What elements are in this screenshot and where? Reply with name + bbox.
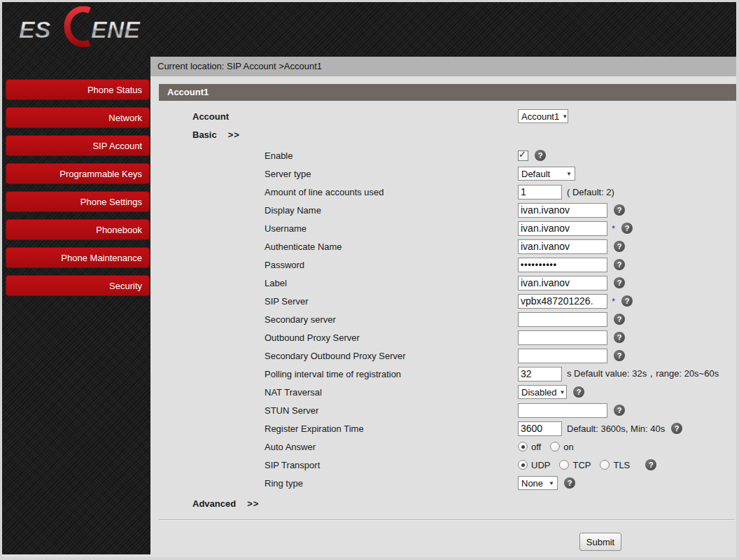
help-icon[interactable]: ?: [614, 332, 625, 343]
field-label: Register Expiration Time: [265, 424, 364, 434]
radio-dot: [521, 445, 525, 449]
stun-server-input[interactable]: [518, 403, 607, 418]
field-label: Amount of line accounts used: [265, 187, 384, 197]
sidebar-item-label: Phonebook: [96, 225, 149, 235]
advanced-expander[interactable]: >>: [247, 498, 259, 509]
account-selector-row: Account Account1 ▼: [150, 107, 736, 125]
field-control: ?: [518, 237, 625, 255]
help-icon[interactable]: ?: [564, 477, 575, 489]
sidebar-item-phone-settings[interactable]: Phone Settings: [6, 191, 150, 212]
field-control: ✓?: [518, 146, 546, 164]
select-value: Default: [521, 169, 550, 179]
auto-answer-radio-off[interactable]: off: [518, 442, 541, 452]
submit-button[interactable]: Submit: [579, 533, 621, 551]
help-icon[interactable]: ?: [614, 204, 625, 216]
field-control: Disabled▼?: [518, 383, 584, 401]
help-icon[interactable]: ?: [621, 295, 633, 307]
sip-transport-radio-tls[interactable]: TLS: [600, 460, 630, 470]
sidebar-item-label: Network: [108, 113, 149, 123]
field-label: SIP Server: [265, 296, 309, 307]
advanced-group-row: Advanced >>: [150, 494, 736, 512]
secondary-outbound-proxy-server-input[interactable]: [518, 349, 607, 363]
enable-checkbox[interactable]: ✓: [518, 150, 528, 161]
auto-answer-radio-on[interactable]: on: [550, 442, 573, 452]
top-banner: ES ENE: [2, 2, 736, 57]
display-name-input[interactable]: [518, 203, 607, 218]
sidebar-item-security[interactable]: Security: [6, 275, 150, 296]
row-secondary-outbound-proxy-server: Secondary Outbound Proxy Server?: [150, 346, 736, 365]
row-auto-answer: Auto Answeroffon: [150, 438, 736, 456]
field-label: Display Name: [265, 205, 321, 216]
sidebar-item-programmable-keys[interactable]: Programmable Keys: [6, 163, 150, 184]
authenticate-name-input[interactable]: [518, 239, 607, 254]
field-label: Outbound Proxy Server: [265, 332, 360, 343]
radio-icon: [600, 460, 610, 470]
register-expiration-time-input[interactable]: [518, 421, 562, 436]
chevron-down-icon: ▼: [566, 171, 572, 177]
sidebar-item-phone-maintenance[interactable]: Phone Maintenance: [6, 247, 150, 268]
field-control: ?: [518, 328, 625, 346]
sidebar-item-sip-account[interactable]: SIP Account: [6, 135, 150, 156]
basic-form: Enable✓?Server typeDefault▼Amount of lin…: [150, 146, 736, 492]
row-register-expiration-time: Register Expiration TimeDefault: 3600s, …: [150, 419, 736, 438]
radio-dot: [521, 463, 525, 467]
field-label: SIP Transport: [265, 460, 320, 470]
basic-group-row: Basic >>: [150, 125, 736, 144]
field-hint: Default: 3600s, Min: 40s: [567, 424, 665, 434]
label-input[interactable]: [518, 276, 607, 290]
sip-transport-radio-group: UDPTCPTLS: [518, 460, 639, 470]
help-icon[interactable]: ?: [671, 423, 682, 434]
row-label: Label?: [150, 274, 736, 292]
sidebar-item-phone-status[interactable]: Phone Status: [6, 79, 150, 100]
radio-label: TLS: [613, 460, 630, 470]
row-amount-of-line-accounts-used: Amount of line accounts used( Default: 2…: [150, 183, 736, 201]
basic-expander[interactable]: >>: [228, 130, 240, 140]
sidebar-item-phonebook[interactable]: Phonebook: [6, 219, 150, 240]
help-icon[interactable]: ?: [621, 223, 633, 234]
help-icon[interactable]: ?: [614, 314, 625, 325]
sip-transport-radio-udp[interactable]: UDP: [518, 460, 550, 470]
help-icon[interactable]: ?: [614, 241, 625, 252]
field-control: UDPTCPTLS?: [518, 456, 656, 474]
sip-transport-radio-tcp[interactable]: TCP: [559, 460, 591, 470]
help-icon[interactable]: ?: [535, 150, 546, 161]
outbound-proxy-server-input[interactable]: [518, 330, 607, 345]
field-control: ?: [518, 346, 625, 365]
field-label: Enable: [265, 150, 293, 161]
select-value: None: [521, 478, 543, 489]
field-control: ?: [518, 274, 625, 292]
sidebar-item-label: Phone Maintenance: [61, 253, 149, 263]
sidebar-menu: Phone StatusNetworkSIP AccountProgrammab…: [2, 79, 150, 296]
field-control: ?: [518, 401, 625, 419]
field-label: Username: [265, 223, 307, 234]
row-outbound-proxy-server: Outbound Proxy Server?: [150, 328, 736, 346]
secondary-server-input[interactable]: [518, 312, 607, 327]
amount-of-line-accounts-used-input[interactable]: [518, 185, 562, 200]
field-hint: s Default value: 32s，range: 20s~60s: [567, 368, 719, 380]
help-icon[interactable]: ?: [614, 350, 625, 361]
username-input[interactable]: [518, 221, 607, 236]
help-icon[interactable]: ?: [645, 459, 656, 470]
submit-row: Submit: [150, 520, 736, 555]
ring-type-select[interactable]: None▼: [518, 476, 558, 490]
field-label: Auto Answer: [265, 442, 316, 452]
radio-label: off: [531, 442, 541, 452]
field-control: ?: [518, 201, 625, 219]
help-icon[interactable]: ?: [573, 386, 584, 398]
account-select[interactable]: Account1 ▼: [518, 109, 568, 123]
field-label: Label: [265, 278, 287, 288]
radio-label: UDP: [531, 460, 550, 470]
server-type-select[interactable]: Default▼: [518, 167, 575, 181]
sip-server-input[interactable]: [518, 294, 607, 309]
sidebar-item-network[interactable]: Network: [6, 107, 150, 128]
help-icon[interactable]: ?: [614, 405, 625, 416]
polling-interval-time-of-registration-input[interactable]: [518, 367, 562, 382]
help-icon[interactable]: ?: [614, 259, 625, 270]
password-input[interactable]: [518, 258, 607, 272]
help-icon[interactable]: ?: [614, 277, 625, 288]
nat-traversal-select[interactable]: Disabled▼: [518, 385, 567, 399]
escene-logo-svg: ES ENE: [12, 6, 148, 47]
logo-red-c-swoosh: [67, 9, 90, 44]
row-authenticate-name: Authenticate Name?: [150, 237, 736, 255]
field-control: ?: [518, 255, 625, 274]
